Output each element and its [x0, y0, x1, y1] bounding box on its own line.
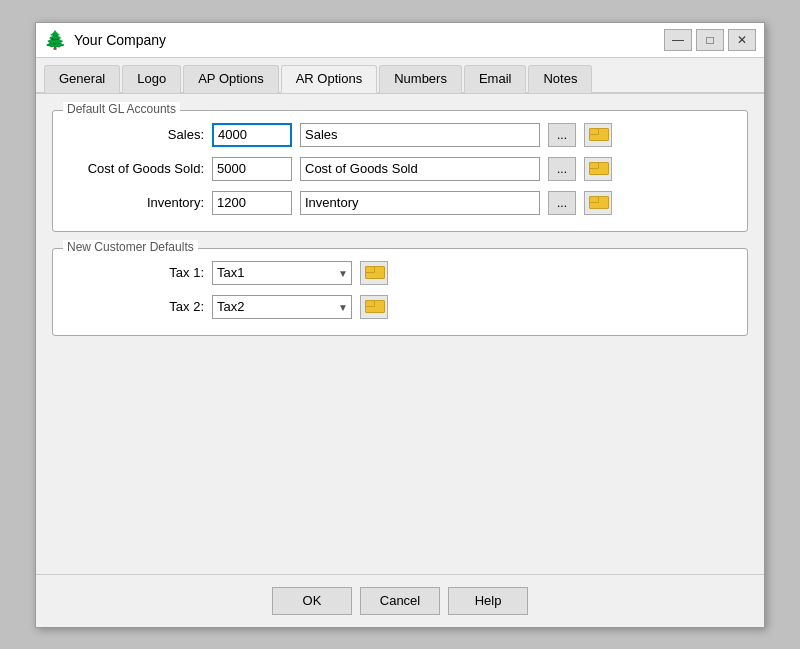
content-area: Default GL Accounts Sales: ... Cost of G… — [36, 94, 764, 574]
tab-general[interactable]: General — [44, 65, 120, 93]
app-icon: 🌲 — [44, 29, 66, 51]
gl-accounts-group-title: Default GL Accounts — [63, 102, 180, 116]
cogs-code-input[interactable] — [212, 157, 292, 181]
new-customer-defaults-group: New Customer Defaults Tax 1: Tax1 Tax2 N… — [52, 248, 748, 336]
window-title: Your Company — [74, 32, 166, 48]
sales-dots-button[interactable]: ... — [548, 123, 576, 147]
sales-folder-button[interactable] — [584, 123, 612, 147]
tax2-select[interactable]: Tax1 Tax2 None — [212, 295, 352, 319]
cancel-button[interactable]: Cancel — [360, 587, 440, 615]
tax1-select-wrap: Tax1 Tax2 None ▼ — [212, 261, 352, 285]
folder-icon — [365, 300, 383, 313]
folder-icon — [589, 128, 607, 141]
sales-row: Sales: ... — [69, 123, 731, 147]
inventory-dots-button[interactable]: ... — [548, 191, 576, 215]
tab-ar-options[interactable]: AR Options — [281, 65, 377, 93]
tax2-label: Tax 2: — [69, 299, 204, 314]
inventory-label: Inventory: — [69, 195, 204, 210]
inventory-folder-button[interactable] — [584, 191, 612, 215]
inventory-row: Inventory: ... — [69, 191, 731, 215]
main-window: 🌲 Your Company — □ ✕ General Logo AP Opt… — [35, 22, 765, 628]
cogs-dots-button[interactable]: ... — [548, 157, 576, 181]
tax2-select-wrap: Tax1 Tax2 None ▼ — [212, 295, 352, 319]
cogs-folder-button[interactable] — [584, 157, 612, 181]
sales-name-input[interactable] — [300, 123, 540, 147]
tab-ap-options[interactable]: AP Options — [183, 65, 279, 93]
title-buttons: — □ ✕ — [664, 29, 756, 51]
tab-numbers[interactable]: Numbers — [379, 65, 462, 93]
folder-icon — [365, 266, 383, 279]
bottom-bar: OK Cancel Help — [36, 574, 764, 627]
title-bar-left: 🌲 Your Company — [44, 29, 166, 51]
cogs-label: Cost of Goods Sold: — [69, 161, 204, 176]
tax1-folder-button[interactable] — [360, 261, 388, 285]
folder-icon — [589, 196, 607, 209]
maximize-button[interactable]: □ — [696, 29, 724, 51]
minimize-button[interactable]: — — [664, 29, 692, 51]
help-button[interactable]: Help — [448, 587, 528, 615]
sales-label: Sales: — [69, 127, 204, 142]
tab-bar: General Logo AP Options AR Options Numbe… — [36, 58, 764, 94]
cogs-name-input[interactable] — [300, 157, 540, 181]
close-button[interactable]: ✕ — [728, 29, 756, 51]
customer-defaults-group-title: New Customer Defaults — [63, 240, 198, 254]
tax1-row: Tax 1: Tax1 Tax2 None ▼ — [69, 261, 731, 285]
tax2-row: Tax 2: Tax1 Tax2 None ▼ — [69, 295, 731, 319]
tax1-select[interactable]: Tax1 Tax2 None — [212, 261, 352, 285]
folder-icon — [589, 162, 607, 175]
title-bar: 🌲 Your Company — □ ✕ — [36, 23, 764, 58]
tab-logo[interactable]: Logo — [122, 65, 181, 93]
sales-code-input[interactable] — [212, 123, 292, 147]
ok-button[interactable]: OK — [272, 587, 352, 615]
tab-email[interactable]: Email — [464, 65, 527, 93]
tax2-folder-button[interactable] — [360, 295, 388, 319]
tab-notes[interactable]: Notes — [528, 65, 592, 93]
default-gl-accounts-group: Default GL Accounts Sales: ... Cost of G… — [52, 110, 748, 232]
tax1-label: Tax 1: — [69, 265, 204, 280]
cogs-row: Cost of Goods Sold: ... — [69, 157, 731, 181]
inventory-name-input[interactable] — [300, 191, 540, 215]
inventory-code-input[interactable] — [212, 191, 292, 215]
